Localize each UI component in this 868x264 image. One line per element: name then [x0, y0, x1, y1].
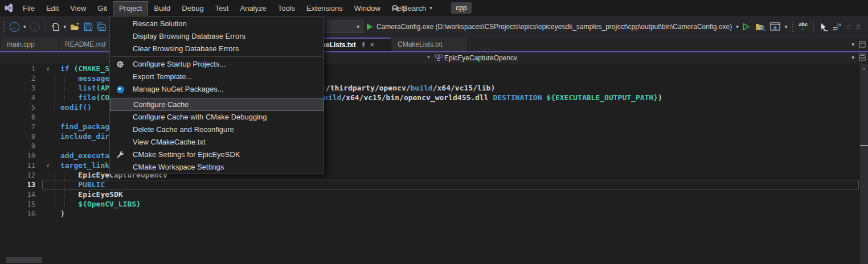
code-token: [60, 74, 78, 82]
format-indent-icon[interactable]: [833, 23, 842, 31]
line-number: 9: [0, 142, 35, 150]
navigate-forward-button[interactable]: →: [30, 22, 40, 32]
scope-dropdown-icon[interactable]: ▾: [427, 54, 430, 60]
code-token: find_packag: [60, 122, 109, 131]
comment-lines-icon-disabled: ≡: [846, 22, 851, 31]
code-token: (CO: [96, 93, 109, 102]
menu-build[interactable]: Build: [148, 1, 176, 16]
code-token: file: [78, 93, 96, 102]
find-in-files-icon[interactable]: [755, 23, 765, 31]
fold-collapse-icon[interactable]: ∨: [35, 162, 60, 168]
menu-tools[interactable]: Tools: [272, 1, 301, 16]
code-fragment: }/thirdparty/opencv/build/x64/vc15/lib): [321, 83, 495, 93]
menu-item-export-template[interactable]: Export Template...: [110, 71, 324, 83]
menu-project[interactable]: Project: [113, 1, 148, 16]
toolbar-grip[interactable]: [3, 22, 6, 32]
nuget-icon: [114, 84, 126, 94]
scrollbar-up-icon[interactable]: ▲: [862, 66, 866, 71]
member-dropdown-icon[interactable]: ▾: [851, 55, 854, 60]
tab-main.cpp[interactable]: main.cpp: [1, 38, 58, 51]
uncomment-lines-icon-disabled: ≢: [855, 22, 863, 31]
navigate-back-button[interactable]: ←: [10, 22, 19, 32]
code-token: if: [60, 64, 73, 73]
menu-view[interactable]: View: [64, 1, 92, 16]
menu-item-view-cmakecache-txt[interactable]: View CMakeCache.txt: [110, 136, 324, 148]
search-icon: [392, 5, 399, 12]
spell-check-icon[interactable]: abc ✓: [799, 22, 808, 31]
search-box[interactable]: Search ▾: [392, 0, 432, 16]
menu-item-cmake-settings-for-epiceyesdk[interactable]: CMake Settings for EpicEyeSDK: [110, 148, 324, 161]
menu-item-delete-cache-and-reconfigure[interactable]: Delete Cache and Reconfigure: [110, 123, 324, 136]
line-number: 15: [0, 200, 35, 208]
start-debugging-icon[interactable]: [367, 23, 372, 30]
menu-extensions[interactable]: Extensions: [301, 1, 349, 16]
menu-item-clear-browsing-database-errors[interactable]: Clear Browsing Database Errors: [110, 43, 324, 55]
menu-item-label: Configure Startup Projects...: [133, 60, 226, 68]
split-editor-icon[interactable]: [859, 53, 866, 61]
fold-bracket: [55, 172, 55, 209]
code-token: /x64/vc15/lib): [433, 84, 496, 92]
code-line-14[interactable]: 14 EpicEyeSDK: [0, 189, 868, 199]
tab-cmakelists.txt[interactable]: CMakeLists.txt: [392, 38, 467, 51]
code-line-16[interactable]: 16): [0, 209, 868, 218]
menu-item-configure-cache[interactable]: Configure Cache: [110, 98, 324, 111]
code-token: [60, 200, 78, 208]
configurations-dropdown-icon: ▾: [357, 24, 359, 30]
code-token: (CMAKE_S: [73, 64, 109, 73]
pin-tab-icon[interactable]: [360, 42, 366, 48]
home-window-icon[interactable]: [770, 22, 780, 31]
menu-item-configure-startup-projects[interactable]: Configure Startup Projects...: [110, 58, 324, 71]
code-line-13[interactable]: 13 PUBLIC: [0, 180, 868, 189]
select-mode-icon[interactable]: [820, 23, 828, 31]
menu-item-manage-nuget-packages[interactable]: Manage NuGet Packages...: [110, 83, 324, 96]
home-window-dropdown-icon[interactable]: ▾: [785, 24, 788, 30]
menu-test[interactable]: Test: [210, 1, 235, 16]
scope-selector[interactable]: EpicEyeCaptureOpencv: [444, 52, 517, 64]
toolbar-grip[interactable]: [792, 22, 795, 32]
menu-item-cmake-workspace-settings[interactable]: CMake Workspace Settings: [110, 161, 324, 174]
tablist-dropdown-icon[interactable]: ▾: [851, 42, 854, 47]
navigate-back-dropdown-icon[interactable]: ▾: [23, 24, 26, 30]
tab-readme.md[interactable]: README.md: [59, 38, 113, 51]
window-layout-icon[interactable]: [859, 41, 866, 48]
menu-item-label: CMake Settings for EpicEyeSDK: [133, 150, 240, 159]
menu-analyze[interactable]: Analyze: [234, 1, 272, 16]
save-all-button[interactable]: [97, 22, 107, 31]
code-token: /thirdparty/opencv/: [326, 84, 411, 92]
open-file-button[interactable]: [70, 23, 80, 31]
new-file-dropdown-icon[interactable]: ▾: [64, 24, 67, 30]
close-tab-icon[interactable]: ×: [370, 41, 374, 49]
menu-file[interactable]: File: [17, 1, 40, 16]
menu-item-label: Display Browsing Database Errors: [133, 32, 245, 40]
fold-bracket: [55, 75, 55, 112]
search-dropdown-icon[interactable]: ▾: [429, 5, 432, 11]
code-token: (AP: [96, 84, 109, 92]
code-line-15[interactable]: 15 ${OpenCV_LIBS}: [0, 199, 868, 209]
save-button[interactable]: [84, 22, 93, 31]
menu-debug[interactable]: Debug: [176, 1, 209, 16]
profile-badge[interactable]: cpp: [451, 2, 472, 14]
menu-item-label: CMake Workspace Settings: [133, 163, 224, 171]
new-file-button[interactable]: [51, 22, 60, 32]
code-token: ${OpenCV_LIBS}: [78, 200, 141, 208]
menu-item-label: View CMakeCache.txt: [133, 138, 206, 146]
wrench-icon: [114, 150, 126, 160]
fold-collapse-icon[interactable]: ∨: [35, 65, 60, 72]
menu-window[interactable]: Window: [349, 1, 386, 16]
line-number: 12: [0, 171, 35, 179]
run-target-label[interactable]: CameraConfig.exe (D:\workspaces\CSProjec…: [376, 23, 732, 31]
start-without-debugging-icon[interactable]: [743, 23, 750, 31]
horizontal-scrollbar-thumb[interactable]: [6, 257, 42, 263]
menu-item-rescan-solution[interactable]: Rescan Solution: [110, 18, 324, 30]
menu-edit[interactable]: Edit: [40, 1, 64, 16]
menu-git[interactable]: Git: [92, 1, 113, 16]
vertical-scrollbar[interactable]: ▲: [860, 64, 868, 264]
code-token: /x64/vc15/bin/opencv_world455.dll: [341, 93, 493, 102]
code-token: ): [60, 209, 65, 218]
run-target-dropdown-icon[interactable]: ▾: [736, 24, 739, 30]
indent-guide: [64, 75, 65, 104]
menu-item-display-browsing-database-errors[interactable]: Display Browsing Database Errors: [110, 30, 324, 43]
menu-item-configure-cache-with-cmake-debugging[interactable]: Configure Cache with CMake Debugging: [110, 111, 324, 123]
code-token: include_dir: [60, 132, 109, 141]
line-number: 3: [0, 84, 35, 92]
